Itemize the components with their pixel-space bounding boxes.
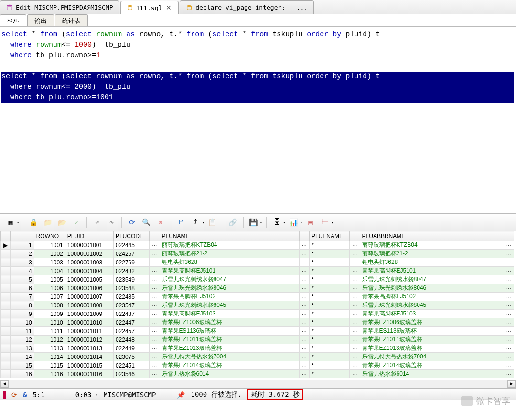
- table-row[interactable]: 4100410000001004022482···青苹果高脚杯EJ5101···…: [1, 267, 514, 275]
- film-button[interactable]: 🎞: [319, 216, 331, 229]
- cell[interactable]: ···: [299, 284, 309, 293]
- cell[interactable]: 青苹果EZ1014玻璃盖杯: [160, 361, 299, 370]
- horizontal-scrollbar[interactable]: ◄ ►: [0, 380, 516, 388]
- cell[interactable]: 022482: [113, 267, 149, 275]
- open-button[interactable]: 📁: [42, 216, 54, 229]
- cell[interactable]: 10000001005: [65, 275, 113, 284]
- cell[interactable]: 023549: [113, 275, 149, 284]
- cell[interactable]: ···: [504, 241, 514, 250]
- cell[interactable]: *: [309, 370, 349, 378]
- cell[interactable]: ···: [299, 293, 309, 301]
- cell[interactable]: ···: [150, 361, 160, 370]
- cell[interactable]: 1015: [34, 361, 65, 370]
- cell[interactable]: *: [309, 301, 349, 310]
- cell[interactable]: 023548: [113, 284, 149, 293]
- cell[interactable]: 1007: [34, 293, 65, 301]
- sub-tab-sql[interactable]: SQL: [0, 14, 26, 26]
- cell[interactable]: ···: [350, 241, 360, 250]
- cell[interactable]: 乐雪儿热水袋6014: [360, 370, 504, 378]
- sub-tab-output[interactable]: 输出: [27, 14, 54, 26]
- grid-view-button[interactable]: ▦: [4, 216, 17, 229]
- cell[interactable]: 1013: [34, 344, 65, 353]
- table-button[interactable]: ▤: [304, 216, 317, 229]
- cell[interactable]: 022445: [113, 241, 149, 250]
- export-button[interactable]: ⤴: [189, 216, 202, 229]
- tab-edit-miscmp[interactable]: Edit MISCMP.PMISPDA@MISCMP: [0, 0, 119, 14]
- cell[interactable]: ···: [350, 344, 360, 353]
- column-header[interactable]: [1, 231, 11, 241]
- cell[interactable]: *: [309, 284, 349, 293]
- cell[interactable]: ···: [299, 336, 309, 344]
- schema-button[interactable]: 🗄: [270, 216, 283, 229]
- column-header[interactable]: PLUENAME: [309, 231, 349, 241]
- cell[interactable]: 10: [11, 318, 34, 327]
- cell[interactable]: ···: [299, 258, 309, 267]
- undo-button[interactable]: ↶: [91, 216, 103, 229]
- cell[interactable]: ···: [350, 267, 360, 275]
- commit-button[interactable]: ✓: [70, 216, 83, 229]
- cell[interactable]: *: [309, 336, 349, 344]
- cell[interactable]: *: [309, 293, 349, 301]
- scroll-left-icon[interactable]: ◄: [0, 380, 9, 388]
- cell[interactable]: 022485: [113, 293, 149, 301]
- cell[interactable]: 青苹果EZ1013玻璃盖杯: [360, 344, 504, 353]
- cell[interactable]: ···: [350, 293, 360, 301]
- cell[interactable]: 10000001002: [65, 250, 113, 258]
- cell[interactable]: ···: [504, 293, 514, 301]
- cell[interactable]: ···: [299, 327, 309, 336]
- cell[interactable]: 10000001001: [65, 241, 113, 250]
- cell[interactable]: 1002: [34, 250, 65, 258]
- cell[interactable]: 乐雪儿特大号热水袋7004: [160, 353, 299, 361]
- cell[interactable]: 青苹果高脚杯EJ5102: [360, 293, 504, 301]
- cell[interactable]: [1, 370, 11, 378]
- cell[interactable]: ···: [504, 284, 514, 293]
- cell[interactable]: 青苹果EZ1013玻璃盖杯: [160, 344, 299, 353]
- table-row[interactable]: 10101010000001010022447···青苹果EZ1006玻璃盖杯·…: [1, 318, 514, 327]
- dropdown-icon[interactable]: ▾: [260, 220, 262, 225]
- dropdown-icon[interactable]: ▾: [283, 220, 285, 225]
- cell[interactable]: [1, 344, 11, 353]
- cell[interactable]: 023546: [113, 370, 149, 378]
- cell[interactable]: ···: [299, 250, 309, 258]
- cell[interactable]: 乐雪儿珠光刺绣水袋8045: [360, 301, 504, 310]
- cell[interactable]: [1, 284, 11, 293]
- cell[interactable]: 锂电头灯3628: [360, 258, 504, 267]
- cell[interactable]: ···: [299, 344, 309, 353]
- cell[interactable]: 10000001016: [65, 370, 113, 378]
- cell[interactable]: ···: [299, 267, 309, 275]
- cell[interactable]: 7: [11, 293, 34, 301]
- cell[interactable]: ···: [299, 241, 309, 250]
- cell[interactable]: 4: [11, 267, 34, 275]
- column-header[interactable]: ROWNO: [34, 231, 65, 241]
- cell[interactable]: 10000001008: [65, 301, 113, 310]
- cell[interactable]: 青苹果高脚杯EJ5102: [160, 293, 299, 301]
- cell[interactable]: 1005: [34, 275, 65, 284]
- cell[interactable]: ···: [150, 267, 160, 275]
- cell[interactable]: 10000001014: [65, 353, 113, 361]
- cell[interactable]: ···: [350, 361, 360, 370]
- link-button[interactable]: 🔗: [227, 216, 239, 229]
- cell[interactable]: ···: [504, 336, 514, 344]
- cell[interactable]: ···: [504, 258, 514, 267]
- cell[interactable]: 023547: [113, 301, 149, 310]
- table-row[interactable]: 7100710000001007022485···青苹果高脚杯EJ5102···…: [1, 293, 514, 301]
- cell[interactable]: 青苹果ES1136玻璃杯: [360, 327, 504, 336]
- cell[interactable]: ···: [350, 370, 360, 378]
- cell[interactable]: ···: [350, 301, 360, 310]
- dropdown-icon[interactable]: ▾: [17, 220, 19, 225]
- cell[interactable]: 1004: [34, 267, 65, 275]
- cell[interactable]: ···: [150, 275, 160, 284]
- refresh-button[interactable]: ⟳: [126, 216, 138, 229]
- cell[interactable]: 10000001010: [65, 318, 113, 327]
- cell[interactable]: 青苹果高脚杯EJ5103: [360, 310, 504, 318]
- table-row[interactable]: 3100310000001003022769···锂电头灯3628···*···…: [1, 258, 514, 267]
- cell[interactable]: ···: [150, 344, 160, 353]
- cell[interactable]: 9: [11, 310, 34, 318]
- cell[interactable]: 乐雪儿特大号热水袋7004: [360, 353, 504, 361]
- cell[interactable]: ···: [504, 250, 514, 258]
- cell[interactable]: 1016: [34, 370, 65, 378]
- cell[interactable]: 10000001013: [65, 344, 113, 353]
- cell[interactable]: 6: [11, 284, 34, 293]
- cell[interactable]: 青苹果EZ1011玻璃盖杯: [160, 336, 299, 344]
- cell[interactable]: 青苹果EZ1006玻璃盖杯: [160, 318, 299, 327]
